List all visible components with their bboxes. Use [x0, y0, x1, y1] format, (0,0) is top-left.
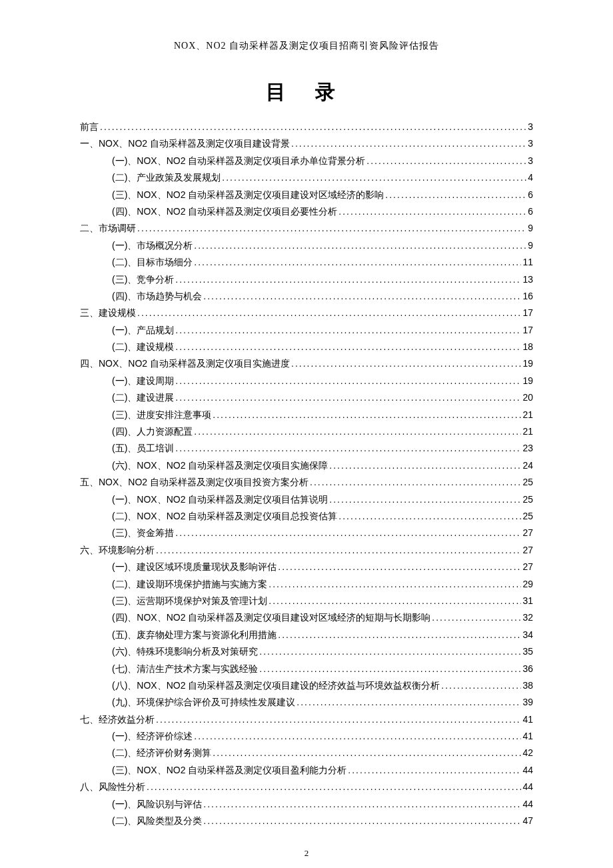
- toc-leader-dots: [175, 272, 521, 287]
- toc-entry-page: 29: [522, 577, 533, 591]
- toc-entry[interactable]: (一)、风险识别与评估44: [80, 797, 533, 811]
- toc-entry-page: 27: [522, 525, 533, 540]
- toc-entry-label: (一)、产品规划: [112, 323, 174, 337]
- toc-entry[interactable]: (二)、目标市场细分11: [80, 255, 533, 269]
- toc-entry[interactable]: (五)、废弃物处理方案与资源化利用措施34: [80, 627, 533, 642]
- toc-entry[interactable]: (一)、经济评价综述41: [80, 729, 533, 743]
- toc-entry[interactable]: (一)、NOX、NO2 自动采样器及测定仪项目估算说明25: [80, 492, 533, 507]
- toc-leader-dots: [291, 356, 521, 371]
- toc-entry-label: (三)、进度安排注意事项: [112, 407, 211, 422]
- toc-entry[interactable]: (二)、产业政策及发展规划4: [80, 170, 533, 185]
- toc-entry[interactable]: 二、市场调研9: [80, 221, 533, 235]
- toc-entry[interactable]: (二)、风险类型及分类47: [80, 813, 533, 828]
- toc-entry-page: 36: [522, 661, 533, 676]
- toc-leader-dots: [194, 238, 526, 253]
- toc-entry-label: 前言: [80, 119, 99, 134]
- toc-entry-page: 6: [528, 204, 533, 219]
- toc-entry[interactable]: (一)、市场概况分析9: [80, 238, 533, 253]
- toc-entry[interactable]: (三)、NOX、NO2 自动采样器及测定仪项目盈利能力分析44: [80, 763, 533, 777]
- toc-leader-dots: [156, 712, 521, 727]
- toc-entry-label: 三、建设规模: [80, 305, 136, 320]
- toc-entry[interactable]: (八)、NOX、NO2 自动采样器及测定仪项目建设的经济效益与环境效益权衡分析3…: [80, 678, 533, 693]
- toc-entry[interactable]: (二)、NOX、NO2 自动采样器及测定仪项目总投资估算25: [80, 509, 533, 523]
- toc-entry-page: 42: [522, 745, 533, 760]
- toc-entry-page: 3: [528, 153, 533, 168]
- document-page: NOX、NO2 自动采样器及测定仪项目招商引资风险评估报告 目 录 前言3一、N…: [0, 0, 613, 868]
- toc-entry-label: (五)、废弃物处理方案与资源化利用措施: [112, 627, 277, 642]
- toc-entry[interactable]: (三)、NOX、NO2 自动采样器及测定仪项目建设对区域经济的影响6: [80, 187, 533, 202]
- toc-entry-label: (七)、清洁生产技术方案与实践经验: [112, 661, 258, 676]
- toc-leader-dots: [156, 543, 521, 557]
- toc-entry-page: 25: [522, 475, 533, 489]
- toc-entry-label: (九)、环境保护综合评价及可持续性发展建议: [112, 695, 295, 709]
- toc-entry-page: 11: [522, 255, 533, 269]
- toc-entry[interactable]: (一)、NOX、NO2 自动采样器及测定仪项目承办单位背景分析3: [80, 153, 533, 168]
- toc-entry-page: 20: [522, 390, 533, 405]
- toc-entry[interactable]: (一)、建设周期19: [80, 373, 533, 388]
- toc-entry[interactable]: (二)、建设进展20: [80, 390, 533, 405]
- toc-entry[interactable]: (二)、建设期环境保护措施与实施方案29: [80, 577, 533, 591]
- toc-entry-label: (二)、目标市场细分: [112, 255, 193, 269]
- toc-entry-page: 44: [522, 779, 533, 794]
- toc-entry[interactable]: 七、经济效益分析41: [80, 712, 533, 727]
- toc-entry[interactable]: (四)、人力资源配置21: [80, 424, 533, 439]
- toc-entry-label: (六)、NOX、NO2 自动采样器及测定仪项目实施保障: [112, 458, 328, 473]
- toc-leader-dots: [366, 153, 526, 168]
- toc-title: 目 录: [80, 79, 533, 106]
- toc-entry-page: 13: [522, 272, 533, 287]
- toc-entry-page: 41: [522, 712, 533, 727]
- toc-entry[interactable]: 八、风险性分析44: [80, 779, 533, 794]
- toc-entry-label: (一)、NOX、NO2 自动采样器及测定仪项目承办单位背景分析: [112, 153, 365, 168]
- toc-leader-dots: [213, 407, 521, 422]
- toc-entry-page: 21: [522, 407, 533, 422]
- toc-entry[interactable]: 前言3: [80, 119, 533, 134]
- toc-leader-dots: [175, 373, 521, 388]
- toc-leader-dots: [213, 745, 521, 760]
- toc-entry[interactable]: (四)、NOX、NO2 自动采样器及测定仪项目建设对区域经济的短期与长期影响32: [80, 610, 533, 625]
- toc-entry[interactable]: (一)、建设区域环境质量现状及影响评估27: [80, 559, 533, 574]
- toc-entry-page: 44: [522, 797, 533, 811]
- toc-entry-page: 9: [528, 238, 533, 253]
- toc-entry-label: (八)、NOX、NO2 自动采样器及测定仪项目建设的经济效益与环境效益权衡分析: [112, 678, 440, 693]
- toc-entry[interactable]: (七)、清洁生产技术方案与实践经验36: [80, 661, 533, 676]
- toc-entry-label: (三)、NOX、NO2 自动采样器及测定仪项目建设对区域经济的影响: [112, 187, 384, 202]
- toc-entry[interactable]: (五)、员工培训23: [80, 441, 533, 455]
- toc-entry[interactable]: 一、NOX、NO2 自动采样器及测定仪项目建设背景3: [80, 136, 533, 151]
- toc-entry-page: 32: [522, 610, 533, 625]
- toc-entry-label: (四)、NOX、NO2 自动采样器及测定仪项目必要性分析: [112, 204, 337, 219]
- toc-entry-page: 17: [522, 323, 533, 337]
- toc-entry[interactable]: (六)、特殊环境影响分析及对策研究35: [80, 644, 533, 659]
- toc-leader-dots: [278, 559, 521, 574]
- toc-entry-label: 七、经济效益分析: [80, 712, 155, 727]
- page-header: NOX、NO2 自动采样器及测定仪项目招商引资风险评估报告: [80, 40, 533, 52]
- toc-entry-label: (一)、建设周期: [112, 373, 174, 388]
- toc-leader-dots: [259, 661, 521, 676]
- toc-entry[interactable]: (三)、资金筹措27: [80, 525, 533, 540]
- toc-leader-dots: [175, 339, 521, 354]
- toc-leader-dots: [194, 424, 521, 439]
- toc-leader-dots: [203, 289, 521, 303]
- toc-entry-page: 25: [522, 492, 533, 507]
- toc-entry-label: (四)、人力资源配置: [112, 424, 193, 439]
- toc-entry-label: (二)、风险类型及分类: [112, 813, 202, 828]
- toc-entry[interactable]: 三、建设规模17: [80, 305, 533, 320]
- toc-leader-dots: [203, 813, 521, 828]
- toc-entry-label: (二)、产业政策及发展规划: [112, 170, 221, 185]
- toc-entry[interactable]: (二)、建设规模18: [80, 339, 533, 354]
- toc-entry[interactable]: 四、NOX、NO2 自动采样器及测定仪项目实施进度19: [80, 356, 533, 371]
- toc-leader-dots: [338, 204, 526, 219]
- toc-entry[interactable]: (三)、运营期环境保护对策及管理计划31: [80, 593, 533, 608]
- toc-entry-label: (二)、经济评价财务测算: [112, 745, 211, 760]
- toc-entry[interactable]: (三)、竞争分析13: [80, 272, 533, 287]
- toc-entry[interactable]: (九)、环境保护综合评价及可持续性发展建议39: [80, 695, 533, 709]
- toc-entry[interactable]: (四)、NOX、NO2 自动采样器及测定仪项目必要性分析6: [80, 204, 533, 219]
- toc-entry[interactable]: (三)、进度安排注意事项21: [80, 407, 533, 422]
- toc-entry[interactable]: 五、NOX、NO2 自动采样器及测定仪项目投资方案分析25: [80, 475, 533, 489]
- toc-entry[interactable]: 六、环境影响分析27: [80, 543, 533, 557]
- toc-entry-page: 6: [528, 187, 533, 202]
- toc-entry-page: 16: [522, 289, 533, 303]
- toc-entry[interactable]: (六)、NOX、NO2 自动采样器及测定仪项目实施保障24: [80, 458, 533, 473]
- toc-entry[interactable]: (四)、市场趋势与机会16: [80, 289, 533, 303]
- toc-entry[interactable]: (二)、经济评价财务测算42: [80, 745, 533, 760]
- toc-entry[interactable]: (一)、产品规划17: [80, 323, 533, 337]
